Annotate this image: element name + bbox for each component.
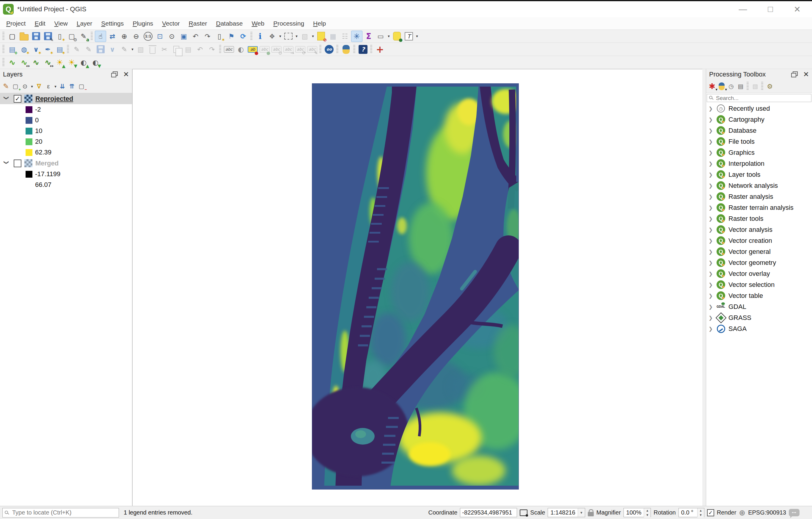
toolbox-group-vector-table[interactable]: Vector table xyxy=(706,290,812,301)
menu-project[interactable]: Project xyxy=(2,18,30,29)
minimize-icon[interactable]: — xyxy=(739,4,747,14)
dropdown-arrow-icon[interactable] xyxy=(386,34,391,38)
dropdown-arrow-icon[interactable] xyxy=(53,84,58,89)
toolbar-grip[interactable] xyxy=(319,45,321,54)
edit-features-in-place-icon[interactable] xyxy=(750,82,760,91)
toolbar-grip[interactable] xyxy=(67,45,69,54)
layer-name[interactable]: Reprojected xyxy=(35,95,73,103)
unpin-labels-icon[interactable] xyxy=(259,44,270,55)
identify-features-icon[interactable] xyxy=(255,31,266,42)
filter-by-expression-icon[interactable] xyxy=(44,82,53,91)
open-project-icon[interactable] xyxy=(19,31,30,42)
zoom-next-icon[interactable] xyxy=(202,31,213,42)
scale-combo[interactable]: 1:148216 xyxy=(548,508,585,517)
toolbox-group-vector-creation[interactable]: Vector creation xyxy=(706,235,812,246)
spin-up-icon[interactable]: ▲ xyxy=(644,508,650,513)
toolbox-group-cartography[interactable]: Cartography xyxy=(706,114,812,125)
spin-up-icon[interactable]: ▲ xyxy=(698,508,704,513)
add-feature-icon[interactable] xyxy=(107,44,118,55)
chevron-right-icon[interactable] xyxy=(708,326,715,332)
menu-layer[interactable]: Layer xyxy=(72,18,97,29)
chevron-down-icon[interactable] xyxy=(578,508,585,517)
full-cumulative-cut-stretch-icon[interactable] xyxy=(42,57,54,68)
toolbox-search[interactable] xyxy=(707,94,811,102)
redo-icon[interactable] xyxy=(206,44,218,55)
models-icon[interactable] xyxy=(707,82,717,91)
new-geopackage-layer-icon[interactable] xyxy=(19,44,30,55)
chevron-right-icon[interactable] xyxy=(708,282,715,288)
toolbox-group-graphics[interactable]: Graphics xyxy=(706,147,812,158)
data-source-manager-icon[interactable] xyxy=(6,44,18,55)
add-group-icon[interactable] xyxy=(11,82,20,91)
toolbox-group-layer-tools[interactable]: Layer tools xyxy=(706,169,812,180)
crs-code[interactable]: EPSG:900913 xyxy=(748,509,786,516)
layer-item-reprojected[interactable]: Reprojected xyxy=(0,93,132,104)
expand-all-icon[interactable] xyxy=(58,82,67,91)
chevron-right-icon[interactable] xyxy=(708,205,715,211)
layer-name[interactable]: Merged xyxy=(35,160,59,167)
chevron-right-icon[interactable] xyxy=(708,227,715,233)
layer-visibility-checkbox[interactable] xyxy=(14,160,21,167)
map-raster[interactable] xyxy=(312,84,519,489)
delete-selected-icon[interactable] xyxy=(147,44,158,55)
rotate-label-icon[interactable] xyxy=(295,44,306,55)
chevron-right-icon[interactable] xyxy=(708,293,715,299)
toolbox-group-vector-selection[interactable]: Vector selection xyxy=(706,279,812,290)
open-attribute-table-icon[interactable] xyxy=(327,31,339,42)
chevron-right-icon[interactable] xyxy=(708,271,715,277)
toolbar-grip[interactable] xyxy=(336,45,338,54)
options-icon[interactable]: ⚙ xyxy=(765,82,775,91)
toolbox-group-vector-general[interactable]: Vector general xyxy=(706,246,812,257)
menu-web[interactable]: Web xyxy=(247,18,269,29)
filter-legend-icon[interactable] xyxy=(34,82,44,91)
map-canvas[interactable] xyxy=(132,69,702,506)
toolbox-group-raster-analysis[interactable]: Raster analysis xyxy=(706,191,812,202)
toolbar-grip[interactable] xyxy=(2,58,4,67)
save-project-icon[interactable] xyxy=(30,31,41,42)
menu-database[interactable]: Database xyxy=(211,18,247,29)
style-manager-icon[interactable] xyxy=(78,31,89,42)
remove-layer-icon[interactable] xyxy=(77,82,86,91)
spin-down-icon[interactable]: ▼ xyxy=(698,513,704,517)
magnifier-spinbox[interactable]: 100% ▲▼ xyxy=(624,508,651,517)
manage-map-themes-icon[interactable] xyxy=(20,82,30,91)
statistical-summary-icon[interactable] xyxy=(363,31,374,42)
help-contents-icon[interactable] xyxy=(357,44,369,55)
toolbox-group-network-analysis[interactable]: Network analysis xyxy=(706,180,812,191)
layer-item-merged[interactable]: Merged xyxy=(0,158,132,169)
locate-box[interactable] xyxy=(2,508,119,518)
chevron-right-icon[interactable] xyxy=(708,304,715,310)
chevron-right-icon[interactable] xyxy=(708,106,715,112)
toolbar-grip[interactable] xyxy=(2,32,4,41)
toolbar-grip[interactable] xyxy=(250,32,253,41)
clear-selection-icon[interactable] xyxy=(316,31,327,42)
layer-diagram-icon[interactable] xyxy=(235,44,246,55)
layer-labeling-icon[interactable] xyxy=(223,44,235,55)
close-panel-icon[interactable] xyxy=(123,70,129,79)
chevron-right-icon[interactable] xyxy=(708,216,715,222)
show-bookmarks-icon[interactable] xyxy=(226,31,237,42)
toolbox-group-recently-used[interactable]: Recently used xyxy=(706,103,812,114)
chevron-right-icon[interactable] xyxy=(708,139,715,145)
save-layer-edits-icon[interactable] xyxy=(95,44,106,55)
toolbox-group-vector-geometry[interactable]: Vector geometry xyxy=(706,257,812,268)
zoom-to-selection-icon[interactable] xyxy=(166,31,177,42)
dropdown-arrow-icon[interactable] xyxy=(278,34,283,38)
chevron-right-icon[interactable] xyxy=(708,161,715,167)
toolbox-group-interpolation[interactable]: Interpolation xyxy=(706,158,812,169)
toolbar-grip[interactable] xyxy=(219,45,221,54)
menu-help[interactable]: Help xyxy=(309,18,330,29)
local-cumulative-cut-stretch-icon[interactable] xyxy=(30,57,41,68)
chevron-right-icon[interactable] xyxy=(708,260,715,266)
chevron-right-icon[interactable] xyxy=(708,117,715,122)
toolbar-grip[interactable] xyxy=(353,45,355,54)
map-tips-icon[interactable] xyxy=(391,31,403,42)
menu-edit[interactable]: Edit xyxy=(30,18,50,29)
field-calculator-icon[interactable] xyxy=(339,31,351,42)
advanced-digitizing-icon[interactable] xyxy=(119,44,130,55)
new-bookmark-icon[interactable] xyxy=(214,31,225,42)
current-edits-icon[interactable] xyxy=(71,44,82,55)
search-input[interactable] xyxy=(707,94,811,102)
modify-attributes-icon[interactable] xyxy=(135,44,146,55)
chevron-down-icon[interactable] xyxy=(4,96,9,102)
